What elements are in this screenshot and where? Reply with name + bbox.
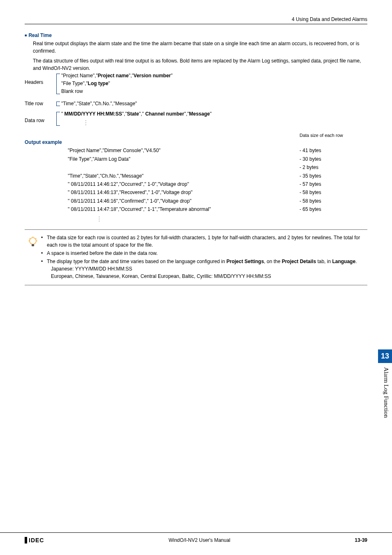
structure-line: "File Type","Log type" [61, 80, 173, 88]
output-size: - 58 bytes [300, 188, 367, 197]
svg-line-2 [29, 238, 30, 239]
chapter-title: Alarm Log Function [378, 363, 392, 422]
output-size: - 65 bytes [300, 205, 367, 213]
page-header: 4 Using Data and Detected Alarms [25, 16, 367, 24]
output-text: "Project Name","Dimmer Console","V4.50" [68, 146, 300, 155]
output-text: " 08/11/2011 14:46:16","Confirmed"," 1-0… [68, 197, 300, 205]
output-row: "File Type","Alarm Log Data"- 30 bytes [25, 155, 367, 163]
structure-line: Blank row [61, 88, 173, 95]
paragraph: The data structure of files output with … [33, 57, 367, 72]
output-row: - 2 bytes [25, 163, 367, 171]
section-body: Real time output displays the alarm stat… [33, 40, 367, 72]
brand-logo: IDEC [25, 537, 44, 543]
output-text [68, 163, 300, 171]
paragraph: Real time output displays the alarm stat… [33, 40, 367, 55]
output-text: "Time","State","Ch.No.","Message" [68, 172, 300, 180]
output-row: " 08/11/2011 14:46:16","Confirmed"," 1-0… [25, 197, 367, 205]
output-text: " 08/11/2011 14:47:18","Occurred"," 1-1"… [68, 205, 300, 213]
output-text: " 08/11/2011 14:46:13","Recovered"," 1-0… [68, 188, 300, 197]
manual-title: WindO/I-NV2 User's Manual [168, 537, 230, 543]
output-row: " 08/11/2011 14:46:13","Recovered"," 1-0… [25, 188, 367, 197]
page-number: 13-39 [355, 537, 367, 543]
file-structure: Headers "Project Name","Project name","V… [25, 79, 367, 127]
note-item: •A space is inserted before the date in … [41, 250, 367, 257]
output-size: - 58 bytes [300, 197, 367, 205]
structure-line: " MM/DD/YYYY HH:MM:SS","State"," Channel… [61, 110, 212, 118]
output-row: " 08/11/2011 14:47:18","Occurred"," 1-1"… [25, 205, 367, 213]
output-size: - 41 bytes [300, 146, 367, 155]
output-size: - 30 bytes [300, 155, 367, 163]
size-column-header: Data size of each row [300, 132, 367, 146]
structure-label-data: Data row [25, 112, 55, 123]
section-heading: ■Real Time [25, 32, 367, 38]
lightbulb-icon [25, 234, 41, 281]
output-row: "Project Name","Dimmer Console","V4.50"-… [25, 146, 367, 155]
note-subline: European, Chinese, Taiwanese, Korean, Ce… [51, 273, 367, 280]
output-size: - 2 bytes [300, 163, 367, 171]
output-size: - 35 bytes [300, 172, 367, 180]
output-heading: Output example [25, 138, 68, 146]
breadcrumb: 4 Using Data and Detected Alarms [292, 16, 367, 22]
structure-label-headers: Headers [25, 79, 55, 85]
note-box: •The data size for each row is counted a… [25, 229, 367, 285]
note-item: • The display type for the date and time… [41, 258, 367, 280]
output-text: "File Type","Alarm Log Data" [68, 155, 300, 163]
vertical-dots-icon: ··· [61, 118, 111, 127]
svg-rect-6 [32, 244, 34, 246]
output-row: " 08/11/2011 14:46:12","Occurred"," 1-0"… [25, 180, 367, 188]
chapter-tab: 13 Alarm Log Function [378, 349, 392, 440]
square-bullet-icon: ■ [25, 33, 27, 37]
structure-line: "Time","State","Ch.No.","Message" [61, 100, 137, 108]
note-item: •The data size for each row is counted a… [41, 234, 367, 249]
output-row: "Time","State","Ch.No.","Message"- 35 by… [25, 172, 367, 180]
structure-label-title: Title row [25, 100, 55, 106]
output-size: - 57 bytes [300, 180, 367, 188]
vertical-dots-icon: ··· [99, 216, 367, 222]
page-footer: IDEC WindO/I-NV2 User's Manual 13-39 [0, 532, 392, 543]
svg-line-3 [36, 238, 37, 239]
svg-point-0 [30, 238, 36, 244]
structure-line: "Project Name","Project name","Version n… [61, 72, 173, 80]
note-subline: Japanese: YYYY/MM/DD HH:MM:SS [51, 265, 367, 273]
chapter-number: 13 [378, 349, 392, 363]
output-example: Output example Data size of each row "Pr… [25, 132, 367, 222]
output-text: " 08/11/2011 14:46:12","Occurred"," 1-0"… [68, 180, 300, 188]
